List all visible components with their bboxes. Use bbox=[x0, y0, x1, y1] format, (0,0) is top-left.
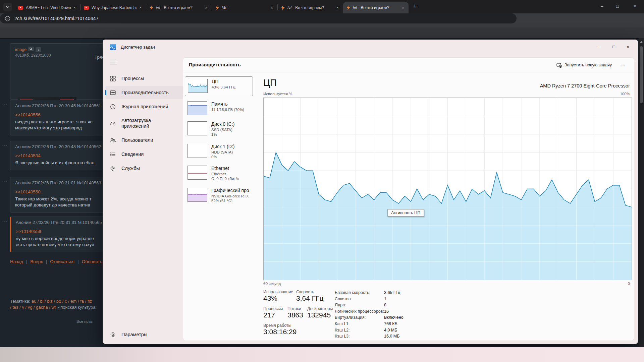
perf-sub: 11,1/15,9 ГБ (70%) bbox=[211, 107, 244, 112]
nav-back-link[interactable]: Назад bbox=[10, 259, 23, 264]
chevron-down-icon bbox=[6, 6, 9, 8]
perf-sub: О: 0 П: 0 кбит/с bbox=[211, 176, 239, 181]
image-link[interactable]: image bbox=[15, 47, 26, 52]
perf-item-disk1[interactable]: Диск 1 (D:) HDD (SATA) 0% bbox=[185, 142, 253, 161]
tab-close-icon[interactable]: × bbox=[335, 5, 340, 10]
tm-minimize-button[interactable]: – bbox=[592, 42, 606, 52]
youtube-favicon bbox=[84, 6, 89, 10]
nav-refresh-link[interactable]: Обновить bbox=[82, 259, 102, 264]
youtube-favicon bbox=[18, 6, 23, 10]
more-options-button[interactable]: ⋯ bbox=[618, 60, 628, 70]
tab-v-thread-active[interactable]: /v/ - Во что играем? × bbox=[343, 2, 409, 13]
spec-label: Базовая скорость: bbox=[335, 290, 384, 296]
tab-close-icon[interactable]: × bbox=[270, 5, 274, 10]
2ch-favicon bbox=[150, 5, 153, 10]
tab-d-board[interactable]: /d/ - × bbox=[212, 2, 277, 13]
post-menu-icon[interactable]: ··· bbox=[2, 218, 8, 224]
spec-label: Кэш L2: bbox=[335, 327, 384, 334]
perf-name: Ethernet bbox=[211, 166, 239, 171]
perf-name: Диск 0 (C:) bbox=[211, 121, 234, 127]
disk0-mini-graph bbox=[187, 121, 207, 135]
speedometer-icon bbox=[110, 121, 116, 126]
run-new-task-button[interactable]: Запустить новую задачу bbox=[553, 60, 615, 70]
tab-close-icon[interactable]: × bbox=[72, 5, 77, 10]
site-settings-icon[interactable] bbox=[5, 16, 10, 21]
details-icon bbox=[110, 152, 116, 157]
post-menu-icon[interactable]: ··· bbox=[2, 102, 8, 107]
bookmarks-bar: YouTube G Google Переводчик RuTracker.or… bbox=[0, 27, 644, 39]
perf-item-memory[interactable]: Память 11,1/15,9 ГБ (70%) bbox=[185, 99, 253, 117]
perf-item-ethernet[interactable]: Ethernet Ethernet О: 0 П: 0 кбит/с bbox=[185, 164, 253, 182]
tab-asmr[interactable]: ASMR~ Let's Wind Down With × bbox=[15, 2, 80, 13]
tm-content-card: Производительность Запустить новую задач… bbox=[183, 58, 634, 341]
zoom-image-icon[interactable] bbox=[28, 47, 34, 51]
board-list-line1: Тематика: au / bi / biz / bo / c / em / … bbox=[10, 299, 92, 304]
perf-sub: SSD (SATA) bbox=[211, 127, 234, 132]
perf-sub: HDD (SATA) bbox=[211, 150, 234, 155]
services-icon bbox=[110, 166, 116, 171]
stat-label: Процессы bbox=[263, 306, 283, 311]
tm-hamburger-button[interactable] bbox=[110, 58, 117, 66]
spec-label: Виртуализация: bbox=[335, 314, 384, 321]
post-menu-icon[interactable]: ··· bbox=[2, 142, 8, 148]
run-task-icon bbox=[556, 63, 562, 68]
address-bar[interactable]: 2ch.su/v/res/10140329.html#10140447 bbox=[0, 13, 517, 23]
spec-label: Сокетов: bbox=[335, 296, 384, 302]
users-icon bbox=[110, 137, 116, 143]
sidebar-item-services[interactable]: Службы bbox=[105, 162, 184, 175]
browser-toolbar: ← → 2ch.su/v/res/10140329.html#10140447 … bbox=[0, 13, 644, 27]
graph-xmin-label: 60 секунд bbox=[263, 282, 281, 286]
perf-item-gpu[interactable]: Графический про NVIDIA GeForce RTX 207 5… bbox=[185, 186, 253, 204]
sidebar-item-details[interactable]: Сведения bbox=[105, 147, 184, 161]
sidebar-item-startup-apps[interactable]: Автозагрузка приложений bbox=[105, 114, 184, 133]
board-links[interactable]: au / bi / biz / bo / c / em / fa / fiz bbox=[32, 299, 92, 304]
browser-minimize-button[interactable]: – bbox=[597, 0, 607, 12]
perf-name: ЦП bbox=[212, 79, 235, 84]
processes-icon bbox=[110, 76, 116, 81]
nav-up-link[interactable]: Вверх bbox=[30, 259, 43, 264]
scrollbar-up-arrow[interactable] bbox=[640, 41, 643, 43]
nav-unsubscribe-link[interactable]: Отписаться bbox=[50, 259, 74, 264]
perf-sub: Ethernet bbox=[211, 172, 239, 176]
tm-close-button[interactable]: × bbox=[621, 42, 635, 52]
page-scrollbar[interactable] bbox=[639, 38, 644, 347]
sidebar-item-users[interactable]: Пользователи bbox=[105, 133, 184, 147]
download-image-icon[interactable]: ↓ bbox=[36, 47, 41, 52]
sidebar-label: Процессы bbox=[121, 76, 144, 81]
url-text: 2ch.su/v/res/10140329.html#10140447 bbox=[14, 16, 99, 21]
spec-value: 4,0 МБ bbox=[384, 327, 404, 334]
spec-value: 768 КБ bbox=[384, 321, 404, 327]
new-tab-button[interactable]: + bbox=[413, 3, 417, 9]
browser-maximize-button[interactable]: □ bbox=[612, 0, 623, 12]
separator: | bbox=[26, 259, 28, 264]
run-task-label: Запустить новую задачу bbox=[565, 63, 612, 67]
perf-item-disk0[interactable]: Диск 0 (C:) SSD (SATA) 1% bbox=[185, 119, 253, 138]
tab-v-thread-1[interactable]: /v/ - Во что играем? × bbox=[146, 2, 212, 13]
cpu-usage-graph[interactable] bbox=[263, 98, 632, 280]
post-menu-icon[interactable]: ··· bbox=[2, 179, 8, 184]
history-icon bbox=[110, 104, 116, 110]
tab-close-icon[interactable]: × bbox=[138, 5, 143, 10]
sidebar-item-processes[interactable]: Процессы bbox=[105, 72, 184, 85]
tm-maximize-button[interactable]: □ bbox=[607, 42, 621, 52]
perf-sub: 0% bbox=[211, 155, 234, 159]
tab-close-icon[interactable]: × bbox=[401, 5, 405, 10]
sidebar-label: Журнал приложений bbox=[121, 104, 168, 109]
tab-v-thread-2[interactable]: /v/ - Во что играем? × bbox=[278, 2, 343, 13]
sidebar-item-settings[interactable]: Параметры bbox=[105, 328, 184, 341]
tab-close-icon[interactable]: × bbox=[204, 5, 208, 10]
screen: ASMR~ Let's Wind Down With × Why Japanes… bbox=[0, 0, 644, 362]
tab-search-button[interactable] bbox=[3, 3, 12, 11]
cpu-mini-graph bbox=[188, 79, 208, 93]
browser-close-button[interactable]: × bbox=[630, 0, 640, 12]
tm-titlebar[interactable]: Диспетчер задач bbox=[110, 44, 155, 50]
tab-title: ASMR~ Let's Wind Down With bbox=[26, 5, 71, 10]
tab-title: Why Japanese Barbershops Fee bbox=[92, 5, 137, 10]
scrollbar-thumb[interactable] bbox=[640, 46, 643, 103]
board-links[interactable]: / tes / v / vg / gacha / wr bbox=[10, 305, 56, 310]
sidebar-item-app-history[interactable]: Журнал приложений bbox=[105, 100, 184, 113]
spec-label: Ядра: bbox=[335, 302, 384, 308]
tab-barbershop[interactable]: Why Japanese Barbershops Fee × bbox=[80, 2, 146, 13]
perf-item-cpu[interactable]: ЦП 43% 3,64 ГГц bbox=[185, 76, 253, 96]
sidebar-item-performance[interactable]: Производительность bbox=[105, 86, 184, 99]
